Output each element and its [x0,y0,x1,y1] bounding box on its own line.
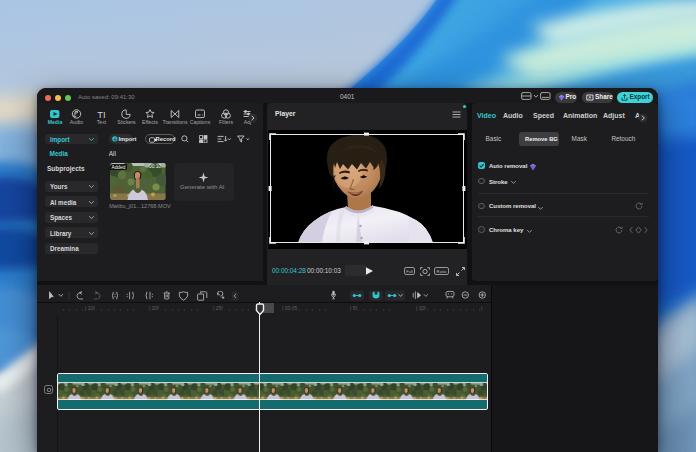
svg-text:Ratio: Ratio [437,269,447,274]
svg-text:TI: TI [97,109,105,120]
svg-text:Media: Media [48,119,63,125]
svg-text:Captions: Captions [190,119,211,125]
svg-text:Text: Text [97,119,107,125]
svg-text:Transitions: Transitions [162,119,188,125]
svg-text:Effects: Effects [142,119,158,125]
svg-text:Full: Full [406,269,413,274]
svg-text:Filters: Filters [219,119,234,125]
svg-text:Audio: Audio [70,119,83,125]
svg-text:Stickers: Stickers [117,119,136,125]
